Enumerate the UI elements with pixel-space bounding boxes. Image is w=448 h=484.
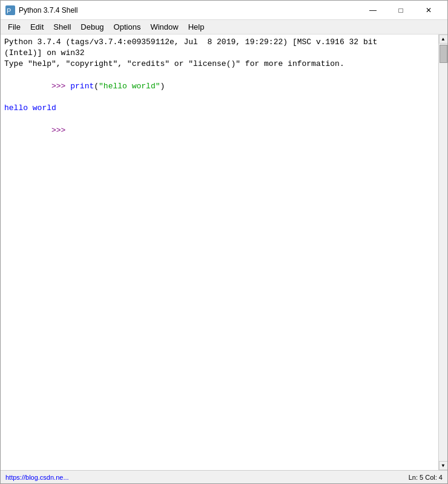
shell-area: Python 3.7.4 (tags/v3.7.4:e09359112e, Ju… [1, 34, 447, 470]
svg-text:P: P [7, 7, 11, 15]
menu-shell[interactable]: Shell [48, 21, 76, 33]
shell-scroll-container: Python 3.7.4 (tags/v3.7.4:e09359112e, Ju… [1, 34, 447, 470]
command-string: "hello world" [99, 82, 160, 91]
menu-file[interactable]: File [3, 21, 25, 33]
prompt-line-2: >>> [4, 114, 435, 147]
close-button[interactable]: ✕ [415, 1, 443, 20]
command-print: print [70, 82, 94, 91]
title-bar-controls: — □ ✕ [359, 1, 443, 20]
minimize-button[interactable]: — [359, 1, 387, 20]
python-icon: P [5, 5, 15, 15]
shell-text-area[interactable]: Python 3.7.4 (tags/v3.7.4:e09359112e, Ju… [1, 34, 438, 470]
scrollbar-track [439, 44, 447, 461]
startup-line-1: Python 3.7.4 (tags/v3.7.4:e09359112e, Ju… [4, 37, 435, 48]
menu-help[interactable]: Help [183, 21, 209, 33]
menu-window[interactable]: Window [145, 21, 183, 33]
command-line-1: >>> print("hello world") [4, 70, 435, 103]
scrollbar-down-arrow[interactable]: ▼ [439, 461, 448, 470]
scrollbar-vertical[interactable]: ▲ ▼ [438, 34, 447, 470]
menu-edit[interactable]: Edit [25, 21, 48, 33]
menu-debug[interactable]: Debug [76, 21, 108, 33]
maximize-button[interactable]: □ [387, 1, 415, 20]
status-bar: https://blog.csdn.ne... Ln: 5 Col: 4 [1, 470, 447, 483]
status-position: Ln: 5 Col: 4 [409, 474, 443, 481]
startup-line-2: (Intel)] on win32 [4, 48, 435, 59]
window-title: Python 3.7.4 Shell [19, 6, 77, 15]
prompt-1: >>> [51, 82, 70, 91]
title-bar-left: P Python 3.7.4 Shell [5, 5, 77, 15]
startup-line-3: Type "help", "copyright", "credits" or "… [4, 59, 435, 70]
menu-options[interactable]: Options [109, 21, 146, 33]
command-paren-open: ( [94, 82, 99, 91]
title-bar: P Python 3.7.4 Shell — □ ✕ [1, 1, 447, 20]
prompt-2: >>> [51, 126, 70, 135]
python-shell-window: P Python 3.7.4 Shell — □ ✕ File Edit She… [0, 0, 448, 484]
menu-bar: File Edit Shell Debug Options Window Hel… [1, 20, 447, 34]
scrollbar-thumb[interactable] [440, 45, 447, 63]
command-paren-close: ) [160, 82, 165, 91]
status-url: https://blog.csdn.ne... [5, 474, 69, 481]
output-line-1: hello world [4, 103, 435, 114]
scrollbar-up-arrow[interactable]: ▲ [439, 34, 448, 44]
